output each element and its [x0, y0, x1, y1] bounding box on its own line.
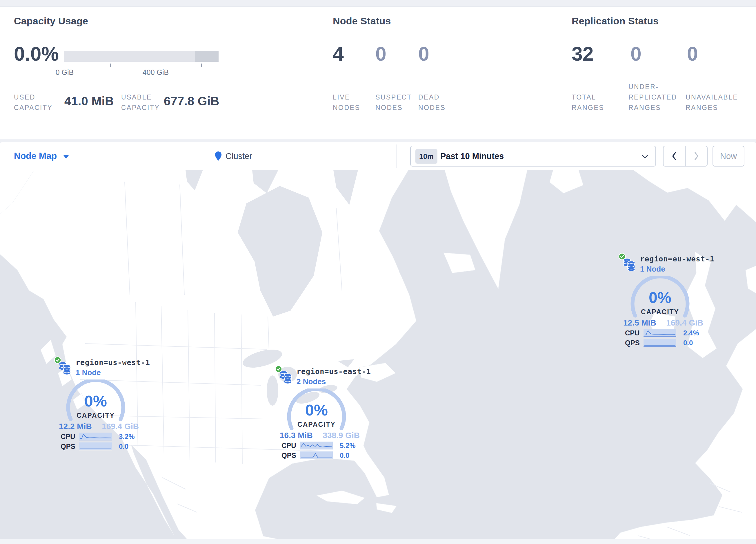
used-capacity-label: USED CAPACITY: [14, 92, 62, 113]
cpu-label: CPU: [61, 433, 75, 441]
axis-tick: [201, 64, 202, 67]
time-pager: [663, 146, 708, 166]
time-next-button[interactable]: [686, 146, 707, 166]
cpu-value: 2.4%: [683, 329, 699, 337]
region-name: region=us-west-1: [76, 358, 150, 367]
now-button[interactable]: Now: [713, 146, 744, 166]
chevron-left-icon: [671, 151, 678, 161]
cpu-sparkline: [644, 329, 676, 337]
region-marker-eu-west-1[interactable]: region=eu-west-1 1 Node 0% CAPACITY 12.5…: [615, 251, 713, 351]
axis-tick: [65, 64, 65, 67]
live-nodes-label: LIVE NODES: [333, 92, 369, 113]
cpu-row: CPU 2.4%: [615, 329, 707, 338]
toolbar-divider: [397, 144, 397, 168]
dead-nodes-label: DEAD NODES: [418, 92, 455, 113]
cpu-row: CPU 5.2%: [271, 442, 364, 450]
time-range-label: Past 10 Minutes: [440, 146, 504, 166]
cpu-label: CPU: [281, 442, 296, 450]
capacity-total: 338.9 GiB: [323, 431, 360, 440]
database-stack-icon: [623, 257, 636, 271]
qps-label: QPS: [281, 452, 296, 460]
time-range-dropdown[interactable]: 10m Past 10 Minutes: [410, 146, 656, 166]
suspect-nodes-label: SUSPECT NODES: [375, 92, 415, 113]
qps-row: QPS 0.0: [271, 452, 364, 460]
world-map: [0, 170, 756, 539]
cpu-row: CPU 3.2%: [50, 433, 143, 441]
capacity-label: CAPACITY: [64, 412, 128, 420]
axis-tick: [156, 64, 156, 67]
cpu-label: CPU: [625, 329, 640, 337]
caret-down-icon: [63, 155, 69, 159]
database-stack-icon: [279, 370, 292, 384]
capacity-total: 169.4 GiB: [666, 318, 703, 328]
node-status-title: Node Status: [333, 15, 391, 27]
qps-label: QPS: [61, 443, 75, 451]
qps-value: 0.0: [119, 443, 128, 451]
region-node-count[interactable]: 1 Node: [76, 368, 101, 377]
capacity-percent: 0%: [64, 392, 128, 410]
replication-status-title: Replication Status: [572, 15, 659, 27]
cpu-value: 3.2%: [119, 433, 135, 441]
qps-sparkline: [79, 443, 112, 450]
suspect-nodes-count: 0: [375, 44, 386, 64]
breadcrumb-label: Cluster: [226, 151, 252, 161]
region-marker-us-west-1[interactable]: region=us-west-1 1 Node 0% CAPACITY 12.2…: [50, 355, 149, 455]
unavailable-ranges-label: UNAVAILABLE RANGES: [686, 92, 749, 113]
capacity-total: 169.4 GiB: [102, 422, 139, 431]
axis-tick-label: 400 GiB: [138, 68, 173, 77]
cpu-value: 5.2%: [340, 442, 356, 450]
used-capacity-value: 41.0 MiB: [64, 94, 114, 108]
dead-nodes-count: 0: [418, 44, 429, 64]
region-name: region=us-east-1: [297, 367, 371, 376]
chevron-down-icon: [641, 154, 648, 159]
cpu-sparkline: [300, 442, 333, 449]
node-map: region=eu-west-1 1 Node 0% CAPACITY 12.5…: [0, 170, 756, 539]
breadcrumb[interactable]: Cluster: [215, 142, 252, 170]
time-range-badge: 10m: [415, 149, 437, 164]
axis-tick-label: 0 GiB: [47, 68, 82, 77]
capacity-label: CAPACITY: [285, 421, 348, 429]
under-replicated-label: UNDER-REPLICATED RANGES: [628, 81, 682, 113]
view-selector-dropdown[interactable]: Node Map: [14, 142, 69, 170]
time-prev-button[interactable]: [664, 146, 686, 166]
usable-capacity-value: 677.8 GiB: [164, 94, 219, 108]
qps-value: 0.0: [683, 339, 693, 347]
region-marker-us-east-1[interactable]: region=us-east-1 2 Nodes 0% CAPACITY 16.…: [271, 364, 370, 464]
capacity-usage-title: Capacity Usage: [14, 15, 88, 27]
capacity-usage-percent: 0.0%: [14, 44, 59, 64]
unavailable-ranges-count: 0: [687, 44, 698, 64]
region-node-count[interactable]: 1 Node: [640, 264, 665, 274]
region-node-count[interactable]: 2 Nodes: [297, 377, 326, 386]
qps-sparkline: [300, 452, 333, 459]
chevron-right-icon: [693, 151, 700, 161]
region-name: region=eu-west-1: [640, 255, 715, 263]
capacity-used: 12.5 MiB: [623, 318, 656, 328]
location-pin-icon: [215, 151, 222, 161]
total-ranges-label: TOTAL RANGES: [572, 92, 612, 113]
qps-sparkline: [644, 339, 676, 347]
total-ranges-count: 32: [572, 44, 594, 64]
live-nodes-count: 4: [333, 44, 344, 64]
cluster-overview-page: Capacity Usage 0.0% 0 GiB 400 GiB USED C…: [0, 0, 756, 544]
capacity-percent: 0%: [628, 289, 692, 307]
database-stack-icon: [58, 361, 72, 375]
qps-value: 0.0: [340, 452, 349, 460]
qps-label: QPS: [625, 339, 640, 347]
capacity-used: 16.3 MiB: [280, 431, 313, 440]
map-toolbar: Node Map Cluster 10m Past 10 Minutes Now: [0, 142, 756, 170]
qps-row: QPS 0.0: [50, 443, 143, 451]
qps-row: QPS 0.0: [615, 339, 707, 348]
capacity-used: 12.2 MiB: [59, 422, 92, 431]
axis-tick: [110, 64, 111, 67]
usable-capacity-label: USABLE CAPACITY: [121, 92, 169, 113]
capacity-label: CAPACITY: [628, 308, 692, 316]
footer-strip: [0, 539, 756, 544]
cluster-summary-panel: Capacity Usage 0.0% 0 GiB 400 GiB USED C…: [0, 6, 756, 139]
cpu-sparkline: [79, 433, 112, 440]
view-selector-label: Node Map: [14, 151, 57, 161]
capacity-reserved-segment: [195, 51, 219, 62]
capacity-percent: 0%: [285, 401, 348, 419]
capacity-usage-bar: [64, 51, 219, 62]
under-replicated-count: 0: [630, 44, 641, 64]
